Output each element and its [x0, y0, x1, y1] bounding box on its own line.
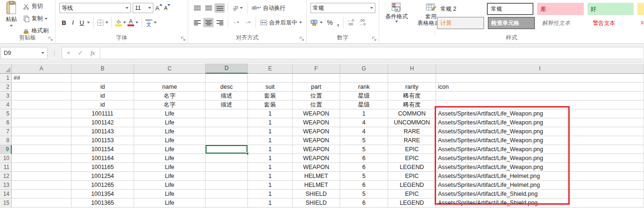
cell-F15[interactable]: SHIELD — [293, 199, 340, 208]
cell-H1[interactable] — [388, 74, 436, 83]
cell-C9[interactable]: Life — [134, 145, 206, 154]
fill-color-button[interactable] — [115, 19, 122, 26]
cell-I13[interactable]: Assets/Sprites/Artifact/Life_Helmet.png — [436, 181, 644, 190]
decrease-indent-button[interactable]: ←≡ — [231, 18, 241, 27]
cell-D5[interactable] — [206, 109, 248, 118]
cell-I8[interactable]: Assets/Sprites/Artifact/Life_Weapon.png — [436, 136, 644, 145]
cell-C3[interactable]: 名字 — [134, 92, 206, 100]
cell-E12[interactable]: 1 — [248, 172, 293, 181]
row-header-3[interactable]: 3 — [0, 92, 12, 100]
style-chip-partial-top[interactable] — [637, 3, 644, 15]
increase-decimal-button[interactable]: ←.0 .00 — [347, 19, 354, 26]
cell-H4[interactable]: 稀有度 — [388, 100, 436, 109]
cell-H12[interactable]: EPIC — [388, 172, 436, 181]
cell-B11[interactable]: 1001165 — [72, 163, 134, 172]
cancel-button[interactable]: × — [67, 49, 71, 56]
underline-button[interactable]: U — [78, 19, 86, 26]
col-header-E[interactable]: E — [248, 63, 293, 74]
cell-C1[interactable] — [134, 74, 206, 83]
cell-I1[interactable] — [436, 74, 644, 83]
cell-G14[interactable]: 5 — [340, 190, 388, 199]
cell-B15[interactable]: 1001365 — [72, 199, 134, 208]
row-header-5[interactable]: 5 — [0, 109, 12, 118]
paste-button[interactable]: 粘贴 — [2, 2, 20, 32]
cell-B6[interactable]: 1001142 — [72, 118, 134, 127]
cell-A6[interactable] — [12, 118, 72, 127]
orientation-button[interactable]: ab — [231, 5, 244, 11]
style-chip-normal[interactable]: 常规 — [487, 3, 533, 15]
cell-F5[interactable]: WEAPON — [293, 109, 340, 118]
cell-G7[interactable]: 4 — [340, 127, 388, 136]
style-chip-good[interactable]: 好 — [588, 3, 634, 15]
cell-F12[interactable]: HELMET — [293, 172, 340, 181]
cell-B2[interactable]: id — [72, 83, 134, 92]
cell-I14[interactable]: Assets/Sprites/Artifact/Life_Shield.png — [436, 190, 644, 199]
alignment-dialog-launcher[interactable] — [300, 37, 304, 41]
cell-H11[interactable]: LEGEND — [388, 163, 436, 172]
row-header-8[interactable]: 8 — [0, 136, 12, 145]
cell-E2[interactable]: suit — [248, 83, 293, 92]
cell-F3[interactable]: 位置 — [293, 92, 340, 100]
cell-G6[interactable]: 4 — [340, 118, 388, 127]
cell-E4[interactable]: 套装 — [248, 100, 293, 109]
style-chip-warning[interactable]: 警告文本 — [589, 17, 636, 29]
underline-caret-icon[interactable] — [87, 22, 90, 23]
cell-C15[interactable]: Life — [134, 199, 206, 208]
cell-F14[interactable]: SHIELD — [293, 190, 340, 199]
cell-I10[interactable]: Assets/Sprites/Artifact/Life_Weapon.png — [436, 154, 644, 163]
col-header-D[interactable]: D — [206, 63, 248, 74]
cell-B5[interactable]: 1001111 — [72, 109, 134, 118]
fill-color-caret-icon[interactable] — [123, 22, 126, 23]
formula-input[interactable] — [100, 47, 644, 59]
align-middle-button[interactable] — [203, 3, 214, 13]
cell-E3[interactable]: 套装 — [248, 92, 293, 100]
row-header-7[interactable]: 7 — [0, 127, 12, 136]
cell-D7[interactable] — [206, 127, 248, 136]
cell-C4[interactable]: 名字 — [134, 100, 206, 109]
cell-F7[interactable]: WEAPON — [293, 127, 340, 136]
cell-C6[interactable]: Life — [134, 118, 206, 127]
cell-A14[interactable] — [12, 190, 72, 199]
cell-A12[interactable] — [12, 172, 72, 181]
cell-H9[interactable]: EPIC — [388, 145, 436, 154]
style-chip-check-cell[interactable]: 检查单元格 — [488, 17, 535, 29]
cell-A4[interactable] — [12, 100, 72, 109]
cell-A1[interactable]: ## — [12, 74, 72, 83]
cell-A11[interactable] — [12, 163, 72, 172]
cell-G5[interactable]: 1 — [340, 109, 388, 118]
cell-F8[interactable]: WEAPON — [293, 136, 340, 145]
cell-D1[interactable] — [206, 74, 248, 83]
accounting-caret-icon[interactable] — [320, 22, 323, 23]
cell-H7[interactable]: RARE — [388, 127, 436, 136]
cell-E15[interactable]: 1 — [248, 199, 293, 208]
cell-D4[interactable]: 描述 — [206, 100, 248, 109]
cell-G1[interactable] — [340, 74, 388, 83]
col-header-H[interactable]: H — [388, 63, 436, 74]
cell-I6[interactable]: Assets/Sprites/Artifact/Life_Weapon.png — [436, 118, 644, 127]
col-header-A[interactable]: A — [12, 63, 72, 74]
cell-D11[interactable] — [206, 163, 248, 172]
row-header-9[interactable]: 9 — [0, 145, 12, 154]
cell-H5[interactable]: COMMON — [388, 109, 436, 118]
cell-A13[interactable] — [12, 181, 72, 190]
cell-H15[interactable]: LEGEND — [388, 199, 436, 208]
col-header-C[interactable]: C — [134, 63, 206, 74]
row-header-11[interactable]: 11 — [0, 163, 12, 172]
cell-F2[interactable]: part — [293, 83, 340, 92]
cell-I15[interactable]: Assets/Sprites/Artifact/Life_Shield.png — [436, 199, 644, 208]
fill-handle[interactable] — [246, 152, 249, 155]
cell-E9[interactable]: 1 — [248, 145, 293, 154]
cell-H14[interactable]: EPIC — [388, 190, 436, 199]
clipboard-dialog-launcher[interactable] — [48, 37, 53, 41]
cell-C11[interactable]: Life — [134, 163, 206, 172]
cell-G10[interactable]: 6 — [340, 154, 388, 163]
cell-E14[interactable]: 1 — [248, 190, 293, 199]
cell-A5[interactable] — [12, 109, 72, 118]
cell-G11[interactable]: 6 — [340, 163, 388, 172]
cell-C8[interactable]: Life — [134, 136, 206, 145]
cell-F4[interactable]: 位置 — [293, 100, 340, 109]
style-chip-calculation[interactable]: 计算 — [437, 17, 484, 29]
cell-H13[interactable]: LEGEND — [388, 181, 436, 190]
cell-B12[interactable]: 1001254 — [72, 172, 134, 181]
borders-caret-icon[interactable] — [105, 22, 108, 23]
